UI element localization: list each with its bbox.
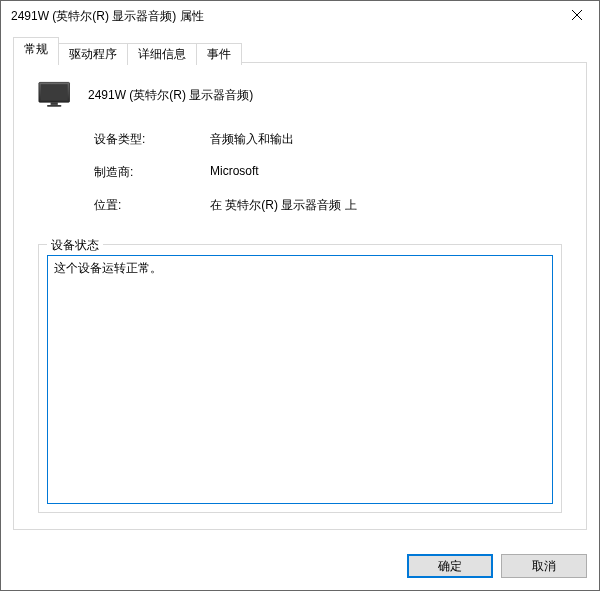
client-area: 常规 驱动程序 详细信息 事件 <box>1 31 599 542</box>
manufacturer-label: 制造商: <box>94 164 194 181</box>
properties-dialog: 2491W (英特尔(R) 显示器音频) 属性 常规 驱动程序 详细信息 事件 <box>0 0 600 591</box>
device-type-label: 设备类型: <box>94 131 194 148</box>
device-status-legend: 设备状态 <box>47 237 103 254</box>
close-icon <box>572 9 582 23</box>
svg-rect-4 <box>51 102 58 105</box>
tab-label: 事件 <box>207 47 231 61</box>
button-label: 取消 <box>532 559 556 573</box>
location-label: 位置: <box>94 197 194 214</box>
location-value: 在 英特尔(R) 显示器音频 上 <box>210 197 564 214</box>
manufacturer-value: Microsoft <box>210 164 564 181</box>
tab-label: 常规 <box>24 42 48 56</box>
cancel-button[interactable]: 取消 <box>501 554 587 578</box>
tab-label: 驱动程序 <box>69 47 117 61</box>
dialog-button-row: 确定 取消 <box>1 542 599 590</box>
tab-label: 详细信息 <box>138 47 186 61</box>
titlebar: 2491W (英特尔(R) 显示器音频) 属性 <box>1 1 599 31</box>
device-header: 2491W (英特尔(R) 显示器音频) <box>38 81 564 109</box>
close-button[interactable] <box>555 1 599 31</box>
tab-strip: 常规 驱动程序 详细信息 事件 <box>13 39 587 63</box>
device-status-text[interactable] <box>47 255 553 504</box>
tab-general[interactable]: 常规 <box>13 37 59 63</box>
property-grid: 设备类型: 音频输入和输出 制造商: Microsoft 位置: 在 英特尔(R… <box>94 131 564 214</box>
tab-events[interactable]: 事件 <box>196 43 242 65</box>
device-name: 2491W (英特尔(R) 显示器音频) <box>88 87 253 104</box>
device-status-group: 设备状态 <box>38 244 562 513</box>
monitor-icon <box>38 81 74 109</box>
svg-rect-3 <box>41 84 68 100</box>
tab-details[interactable]: 详细信息 <box>127 43 197 65</box>
ok-button[interactable]: 确定 <box>407 554 493 578</box>
svg-rect-5 <box>47 105 61 107</box>
device-type-value: 音频输入和输出 <box>210 131 564 148</box>
tab-driver[interactable]: 驱动程序 <box>58 43 128 65</box>
button-label: 确定 <box>438 559 462 573</box>
window-title: 2491W (英特尔(R) 显示器音频) 属性 <box>11 8 555 25</box>
tab-panel-general: 2491W (英特尔(R) 显示器音频) 设备类型: 音频输入和输出 制造商: … <box>13 62 587 530</box>
